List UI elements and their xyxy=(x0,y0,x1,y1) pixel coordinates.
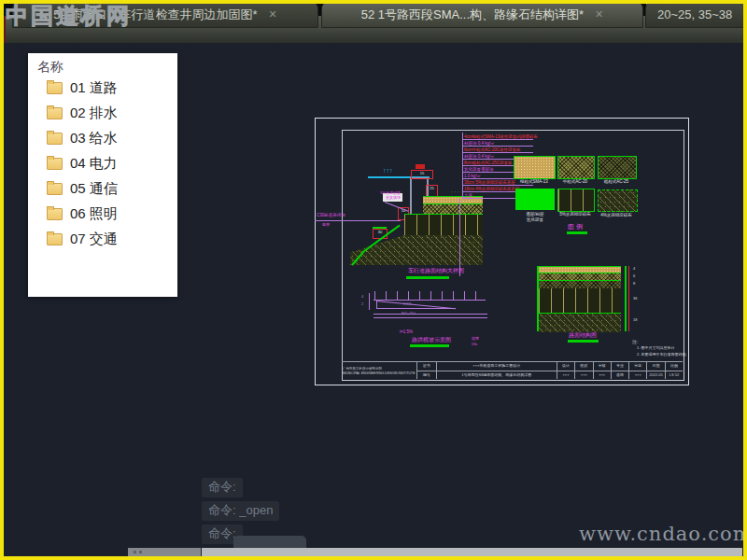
titleblock-cell: ××× xyxy=(629,371,647,380)
statusbar-dot xyxy=(139,551,142,553)
title-underline xyxy=(567,231,587,234)
folder-label: 02 排水 xyxy=(70,105,118,122)
dim-line xyxy=(374,314,487,315)
folder-icon xyxy=(47,107,63,119)
dim-line xyxy=(374,317,487,318)
notes-line: 2. 本图适用于车行道路面结构 xyxy=(637,353,685,357)
folder-icon xyxy=(47,233,63,245)
tab-close-icon[interactable]: ✕ xyxy=(595,8,603,21)
notes-mark: 注: xyxy=(632,340,638,344)
leader-line xyxy=(315,220,401,221)
dim-value: 18 xyxy=(633,318,637,322)
titleblock-cell: 2022.05 xyxy=(647,371,665,380)
title-underline xyxy=(406,276,449,279)
legend-swatch-ac20 xyxy=(557,156,595,179)
water-ticks: ↑↑↑ xyxy=(383,167,393,174)
titleblock-cell: ××× xyxy=(557,371,575,380)
stack-line xyxy=(463,139,533,140)
folder-icon xyxy=(47,183,63,195)
tab-label: 59 雨水口、车行道检查井周边加固图* xyxy=(53,7,257,23)
tab-drawing-59[interactable]: 59 雨水口、车行道检查井周边加固图* ✕ xyxy=(12,1,318,28)
folder-item-07-traffic[interactable]: 07 交通 xyxy=(28,227,177,252)
tab-close-icon[interactable]: ✕ xyxy=(268,8,276,21)
tab-label: 20~25, 35~38 xyxy=(657,7,732,21)
green-dots: · · · · xyxy=(451,189,463,194)
command-history-line: 命令: _open xyxy=(202,501,279,521)
stack-line xyxy=(463,185,533,186)
titleblock-cell: 道路 xyxy=(612,371,629,380)
tab-label: 52 1号路西段SMA...构、路缘石结构详图* xyxy=(361,7,584,23)
title-underline xyxy=(410,344,449,347)
watermark-bottom: www.cndao.com xyxy=(579,523,747,545)
dim-value: 36 xyxy=(633,297,637,301)
folder-label: 04 电力 xyxy=(70,155,118,173)
curb-note: 垫层 xyxy=(322,223,330,227)
folder-item-05-comm[interactable]: 05 通信 xyxy=(28,176,177,202)
folder-label: 07 交通 xyxy=(70,231,118,248)
titleblock-cell: 比例 xyxy=(666,362,683,371)
slope-edge xyxy=(373,227,387,229)
folder-label: 05 通信 xyxy=(70,180,118,198)
titleblock-company: 广州市政工程设计研究总院 xyxy=(343,367,416,371)
legend-swatch-tack xyxy=(515,189,555,210)
titleblock-cell: ××× xyxy=(575,371,593,380)
folder-item-04-power[interactable]: 04 电力 xyxy=(28,151,177,176)
dim-mark xyxy=(416,164,425,169)
curb-note: 座浆填缝 xyxy=(361,196,401,200)
folder-icon xyxy=(47,133,63,145)
slope-base xyxy=(376,308,456,309)
slope-note: i=1.5% xyxy=(400,329,413,334)
titleblock-cell: 审核 xyxy=(594,362,612,371)
folder-label: 06 照明 xyxy=(70,205,118,223)
folder-icon xyxy=(47,208,63,220)
titleblock-cell: 日期 xyxy=(647,362,665,371)
section-title: 车行道路面结构大样图 xyxy=(408,268,464,273)
legend-label: 中粒式AC-20 xyxy=(554,179,597,184)
stack-line xyxy=(463,146,533,147)
titleblock-cell: ××× xyxy=(594,371,612,380)
statusbar-right[interactable] xyxy=(202,548,742,557)
dim-box: 15 xyxy=(411,170,433,179)
titleblock-cell: 证书 xyxy=(417,362,437,371)
panel-header-name: 名称 xyxy=(28,53,177,76)
slope-riser xyxy=(376,301,377,308)
legend-label: 4%水泥稳定碎石 xyxy=(594,213,639,217)
drawing-canvas[interactable]: ↑↑↑ 15 25 10 30 5%水泥砂浆 座浆填缝 C30砼基座现浇 垫层 … xyxy=(315,118,688,385)
legend-label: 5%水泥稳定碎石 xyxy=(554,212,597,217)
ruler-ticks xyxy=(374,291,485,300)
dim-value: 6 xyxy=(633,274,635,278)
titleblock-cell: LS 52 xyxy=(666,371,683,380)
command-history-line: 命令: xyxy=(202,478,243,497)
section-title: 路面结构图 xyxy=(569,332,597,338)
titleblock-drawing-title: 1号路西段SMA路面结构、路缘石结构详图 xyxy=(437,371,557,380)
edge-accent xyxy=(3,16,6,43)
pavement-box xyxy=(537,266,627,331)
notes-line: 1. 图中尺寸均以厘米计 xyxy=(637,346,674,350)
curb-note: C30砼基座现浇 xyxy=(317,213,345,217)
statusbar-dot xyxy=(134,551,136,553)
folder-item-06-lighting[interactable]: 06 照明 xyxy=(28,202,177,227)
folder-item-02-drainage[interactable]: 02 排水 xyxy=(28,101,177,126)
titleblock-cell: 审定 xyxy=(629,362,647,371)
title-block: 广州市政工程设计研究总院 MUNICIPAL ENGINEERING DESIG… xyxy=(342,361,683,379)
app-window: 59 雨水口、车行道检查井周边加固图* ✕ 52 1号路西段SMA...构、路缘… xyxy=(0,0,747,560)
title-underline xyxy=(568,340,599,343)
side-note: 坡度 xyxy=(472,337,479,341)
folder-label: 01 道路 xyxy=(70,79,118,97)
folder-item-01-road[interactable]: 01 道路 xyxy=(28,76,177,101)
folder-icon xyxy=(47,82,63,94)
stack-line xyxy=(463,152,533,153)
statusbar-tab[interactable] xyxy=(233,536,306,548)
dim-label: B/2=750 xyxy=(402,312,416,315)
legend-swatch-csg5 xyxy=(557,189,595,212)
tab-drawing-52[interactable]: 52 1号路西段SMA...构、路缘石结构详图* ✕ xyxy=(321,1,643,28)
ruler-line xyxy=(374,300,486,301)
legend-label: 粗粒式AC-25 xyxy=(594,179,639,184)
folder-item-03-water[interactable]: 03 给水 xyxy=(28,126,177,151)
dim-value: 8 xyxy=(633,282,635,286)
slope-label: 1.5% xyxy=(403,302,412,306)
section-title: 路拱横坡示意图 xyxy=(412,337,451,343)
tab-drawing-20-25[interactable]: 20~25, 35~38 xyxy=(645,1,747,28)
legend-title: 图 例 xyxy=(568,223,583,230)
titleblock-cell: 校对 xyxy=(575,362,593,371)
